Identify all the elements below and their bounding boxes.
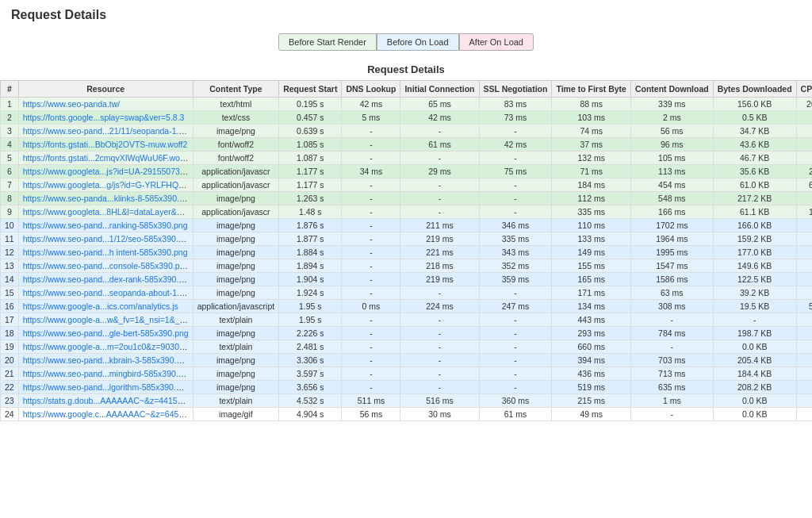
row-bytes: 61.0 KB [713, 178, 796, 192]
filter-before-start-render[interactable]: Before Start Render [278, 33, 377, 51]
row-content-type: text/plain [193, 313, 278, 327]
row-num: 10 [1, 219, 19, 232]
row-dns: - [342, 313, 400, 327]
row-bytes: 156.0 KB [713, 98, 796, 111]
row-dns: 56 ms [342, 408, 400, 421]
row-resource[interactable]: https://www.seo-pand...kbrain-3-585x390.… [18, 354, 193, 367]
col-header-dns-lookup: DNS Lookup [342, 81, 400, 98]
row-ssl: 335 ms [479, 232, 552, 246]
row-req-start: 0.195 s [279, 98, 342, 111]
row-resource[interactable]: https://fonts.gstati...2cmqvXIWqWuU6F.wo… [18, 152, 193, 165]
row-content-type: font/woff2 [193, 152, 278, 165]
row-cpu: 50 ms [796, 300, 812, 313]
row-cpu: - [796, 192, 812, 205]
row-resource[interactable]: https://www.seo-pand...ranking-585x390.p… [18, 219, 193, 232]
row-resource[interactable]: https://www.googleta...8HL&l=dataLayer&c… [18, 205, 193, 219]
row-resource[interactable]: https://www.googleta...js?id=UA-29155073… [18, 165, 193, 178]
row-dns: - [342, 246, 400, 259]
row-num: 20 [1, 354, 19, 367]
row-num: 22 [1, 381, 19, 394]
row-cpu: - [796, 381, 812, 394]
row-content-type: image/png [193, 246, 278, 259]
filter-after-on-load[interactable]: After On Load [459, 33, 534, 51]
row-resource[interactable]: https://www.google-a...ics.com/analytics… [18, 300, 193, 313]
row-num: 5 [1, 152, 19, 165]
row-resource[interactable]: https://www.seo-pand...gle-bert-585x390.… [18, 327, 193, 340]
row-resource[interactable]: https://www.googleta...g/js?id=G-YRLFHQE… [18, 178, 193, 192]
row-resource[interactable]: https://www.google.c...AAAAAAC~&z=645539… [18, 408, 193, 421]
row-init-conn: - [400, 178, 479, 192]
row-req-start: 1.085 s [279, 138, 342, 152]
row-ssl: 343 ms [479, 246, 552, 259]
row-dl: 548 ms [630, 192, 713, 205]
row-resource[interactable]: https://www.seo-pand...seopanda-about-1.… [18, 286, 193, 300]
row-num: 11 [1, 232, 19, 246]
row-ttfb: 660 ms [552, 340, 631, 354]
row-content-type: application/javascr [193, 205, 278, 219]
row-req-start: 1.877 s [279, 232, 342, 246]
row-dl: 113 ms [630, 165, 713, 178]
row-bytes: 39.2 KB [713, 286, 796, 300]
row-num: 8 [1, 192, 19, 205]
row-req-start: 1.087 s [279, 152, 342, 165]
row-init-conn: - [400, 286, 479, 300]
row-ttfb: 49 ms [552, 408, 631, 421]
row-init-conn: 30 ms [400, 408, 479, 421]
row-num: 17 [1, 313, 19, 327]
row-bytes: 198.7 KB [713, 327, 796, 340]
row-dl: 713 ms [630, 367, 713, 381]
table-row: 15 https://www.seo-pand...seopanda-about… [1, 286, 813, 300]
row-cpu: - [796, 152, 812, 165]
row-req-start: 3.597 s [279, 367, 342, 381]
row-resource[interactable]: https://www.seo-pand...1/12/seo-585x390.… [18, 232, 193, 246]
row-dns: - [342, 219, 400, 232]
row-init-conn: 219 ms [400, 232, 479, 246]
row-dns: 5 ms [342, 111, 400, 125]
row-resource[interactable]: https://fonts.gstati...BbObj2OVTS-muw.wo… [18, 138, 193, 152]
row-num: 7 [1, 178, 19, 192]
row-cpu: - [796, 219, 812, 232]
row-resource[interactable]: https://www.seo-panda...klinks-8-585x390… [18, 192, 193, 205]
row-req-start: 1.177 s [279, 178, 342, 192]
row-bytes: 0.0 KB [713, 340, 796, 354]
row-dns: 511 ms [342, 394, 400, 408]
row-ssl: 42 ms [479, 138, 552, 152]
row-req-start: 1.904 s [279, 273, 342, 286]
row-resource[interactable]: https://www.seo-pand...console-585x390.p… [18, 259, 193, 273]
table-row: 4 https://fonts.gstati...BbObj2OVTS-muw.… [1, 138, 813, 152]
row-resource[interactable]: https://fonts.google...splay=swap&ver=5.… [18, 111, 193, 125]
row-content-type: image/png [193, 125, 278, 138]
row-bytes: 177.0 KB [713, 246, 796, 259]
row-num: 18 [1, 327, 19, 340]
row-content-type: image/gif [193, 408, 278, 421]
row-resource[interactable]: https://www.seo-pand...lgorithm-585x390.… [18, 381, 193, 394]
row-init-conn: 61 ms [400, 138, 479, 152]
row-dl: 63 ms [630, 286, 713, 300]
row-dns: 34 ms [342, 165, 400, 178]
row-ttfb: 335 ms [552, 205, 631, 219]
row-bytes: 0.0 KB [713, 408, 796, 421]
row-dl: 635 ms [630, 381, 713, 394]
row-cpu: - [796, 313, 812, 327]
row-content-type: image/png [193, 381, 278, 394]
row-resource[interactable]: https://www.seo-pand...mingbird-585x390.… [18, 367, 193, 381]
row-resource[interactable]: https://www.google-a...m=2ou1c0&z=903052… [18, 340, 193, 354]
row-resource[interactable]: https://www.google-a...w&_fv=1&_nsi=1&_s… [18, 313, 193, 327]
table-row: 5 https://fonts.gstati...2cmqvXIWqWuU6F.… [1, 152, 813, 165]
row-resource[interactable]: https://stats.g.doub...AAAAAAC~&z=441526… [18, 394, 193, 408]
filter-before-on-load[interactable]: Before On Load [377, 33, 459, 51]
row-bytes: 43.6 KB [713, 138, 796, 152]
row-resource[interactable]: https://www.seo-panda.tw/ [18, 98, 193, 111]
col-header-time-to-first-byte: Time to First Byte [552, 81, 631, 98]
row-resource[interactable]: https://www.seo-pand...h intent-585x390.… [18, 246, 193, 259]
row-req-start: 2.481 s [279, 340, 342, 354]
row-ssl: - [479, 152, 552, 165]
row-bytes: 159.2 KB [713, 232, 796, 246]
row-dns: - [342, 273, 400, 286]
col-header-ssl-negotiation: SSL Negotiation [479, 81, 552, 98]
row-resource[interactable]: https://www.seo-pand...dex-rank-585x390.… [18, 273, 193, 286]
row-req-start: 1.177 s [279, 165, 342, 178]
row-dns: - [342, 381, 400, 394]
row-content-type: image/png [193, 259, 278, 273]
row-resource[interactable]: https://www.seo-pand...21/11/seopanda-1.… [18, 125, 193, 138]
